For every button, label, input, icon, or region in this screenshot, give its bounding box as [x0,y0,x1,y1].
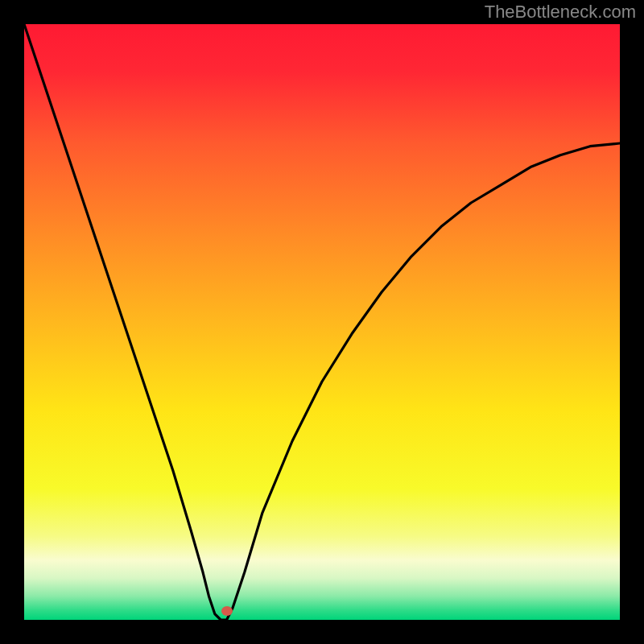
chart-container: TheBottleneck.com [0,0,644,644]
bottleneck-curve [24,24,620,620]
marker-dot [221,606,233,616]
plot-area [24,24,620,620]
watermark-text: TheBottleneck.com [485,2,636,23]
